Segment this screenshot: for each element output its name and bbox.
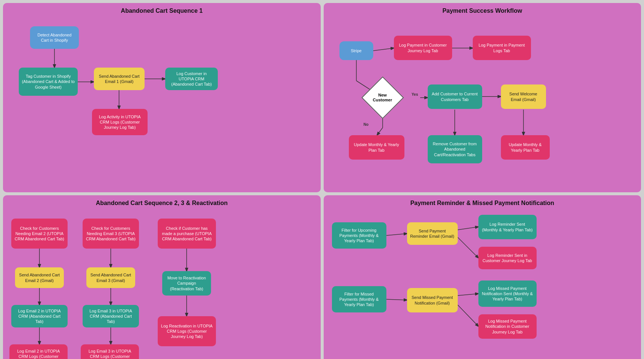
send-reminder-node: Send Payment Reminder Email (Gmail) [407,222,458,245]
svg-line-27 [386,299,407,300]
q1-title: Abandoned Cart Sequence 1 [8,8,316,14]
q4-title: Payment Reminder & Missed Payment Notifi… [328,200,637,207]
filter-missed-node: Filter for Missed Payments (Monthly & Ye… [332,286,386,312]
q3-title: Abandoned Cart Sequence 2, 3 & Reactivat… [8,200,316,207]
svg-line-25 [458,227,478,230]
log-customer-crm-node: Log Customer in UTOPIA CRM (Abandoned Ca… [165,68,218,90]
log-email2-crm-node: Log Email 2 in UTOPIA CRM (Abandoned Car… [11,305,68,327]
remove-customer-node: Remove Customer from Abandoned Cart/Reac… [428,135,482,163]
send-email3-node: Send Abandoned Cart Email 3 (Gmail) [86,267,135,288]
send-welcome-email-node: Send Welcome Email (Gmail) [501,84,546,109]
main-grid: Abandoned Cart Sequence 1 Detect Abandon… [0,0,644,359]
tag-customer-node: Tag Customer in Shopify (Abandoned Cart … [19,68,78,96]
check-email2-node: Check for Customers Needing Email 2 (UTO… [11,219,68,249]
update-plan-no-node: Update Monthly & Yearly Plan Tab [349,135,404,160]
move-reactivation-node: Move to Reactivation Campaign (Reactivat… [162,271,211,296]
log-missed-sent-node: Log Missed Payment Notification Sent (Mo… [478,281,537,307]
q4-flow: Filter for Upcoming Payments (Monthly & … [328,211,637,354]
check-purchase-node: Check if Customer has made a purchase (U… [158,219,216,249]
filter-upcoming-node: Filter for Upcoming Payments (Monthly & … [332,222,386,249]
update-plan-yes-node: Update Monthly & Yearly Plan Tab [501,135,550,160]
svg-text:Yes: Yes [412,92,418,97]
stripe-node: Stripe [339,41,373,60]
log-activity-crm-logs-node: Log Activity in UTOPIA CRM Logs (Custome… [92,109,148,135]
log-payment-cj-node: Log Payment in Customer Journey Log Tab [394,36,452,60]
log-payment-logs-node: Log Payment in Payment Logs Tab [473,36,531,60]
q2-flow: Yes No Stripe Log Payment in Customer Jo… [328,19,637,169]
log-email3-crm-node: Log Email 3 in UTOPIA CRM (Abandoned Car… [83,305,139,327]
send-missed-node: Send Missed Payment Notification (Gmail) [407,288,458,312]
q2-title: Payment Success Workflow [328,8,637,14]
svg-line-4 [373,48,394,51]
add-customer-node: Add Customer to Current Customers Tab [428,84,482,109]
quadrant-payment-reminder: Payment Reminder & Missed Payment Notifi… [324,195,641,359]
q1-flow: Detect Abandoned Cart in Shopify Tag Cus… [8,19,316,154]
svg-line-12 [377,128,383,135]
log-reminder-cj-node: Log Reminder Sent in Customer Journey Lo… [478,247,537,269]
svg-line-26 [458,237,478,258]
log-missed-cj-node: Log Missed Payment Notification in Custo… [478,314,537,339]
detect-abandoned-cart-node: Detect Abandoned Cart in Shopify [30,26,79,49]
new-customer-diamond: NewCustomer [364,79,401,116]
send-email2-node: Send Abandoned Cart Email 2 (Gmail) [15,267,64,288]
svg-line-24 [386,234,407,235]
q3-flow: Check for Customers Needing Email 2 (UTO… [8,211,316,359]
log-reminder-sent-node: Log Reminder Sent (Monthly & Yearly Plan… [478,215,537,239]
quadrant-payment-success: Payment Success Workflow Yes [324,3,641,192]
quadrant-abandoned-cart-1: Abandoned Cart Sequence 1 Detect Abandon… [3,3,321,192]
send-abandoned-cart-email1-node: Send Abandoned Cart Email 1 (Gmail) [94,68,145,90]
svg-line-29 [458,305,478,326]
svg-text:No: No [363,122,368,127]
svg-line-28 [458,294,478,296]
log-reactivation-node: Log Reactivation in UTOPIA CRM Logs (Cus… [158,316,216,346]
log-email3-logs-node: Log Email 3 in UTOPIA CRM Logs (Customer… [81,344,139,359]
quadrant-abandoned-cart-2-3: Abandoned Cart Sequence 2, 3 & Reactivat… [3,195,321,359]
log-email2-logs-node: Log Email 2 in UTOPIA CRM Logs (Customer… [9,344,68,359]
check-email3-node: Check for Customers Needing Email 3 (UTO… [83,219,139,249]
